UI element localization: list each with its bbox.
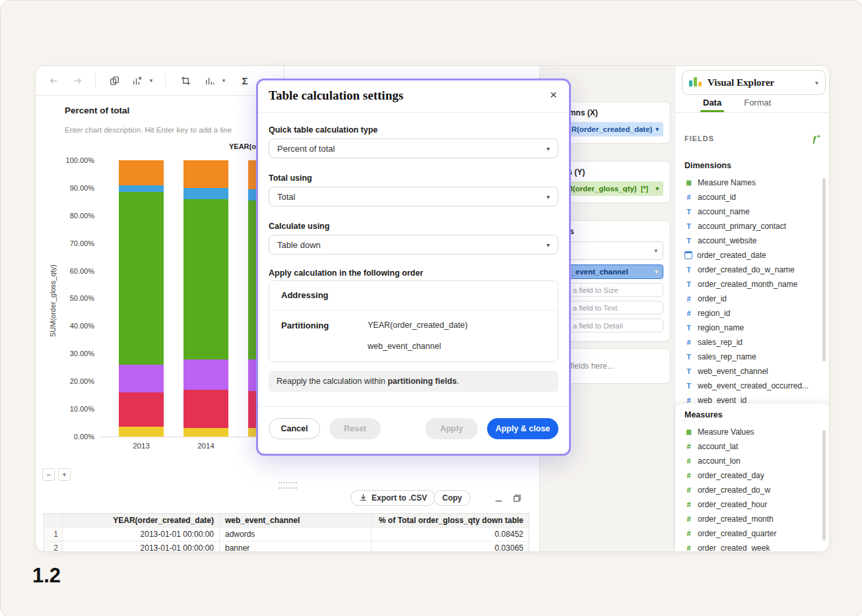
table-cell[interactable]: banner xyxy=(220,541,372,552)
field-label: web_event_channel xyxy=(698,367,768,376)
bar-segment-2013-segment-purple[interactable] xyxy=(119,365,164,392)
reset-button[interactable]: Reset xyxy=(329,418,381,439)
field-item[interactable]: ≣Measure Names xyxy=(675,175,824,190)
resize-handle[interactable] xyxy=(279,482,297,489)
y-tick-label: 80.00% xyxy=(51,211,94,220)
field-item[interactable]: #order_created_hour xyxy=(675,497,824,512)
apply-close-button[interactable]: Apply & close xyxy=(487,418,558,439)
chevron-down-icon[interactable]: ▾ xyxy=(655,185,659,192)
chevron-down-icon[interactable]: ▾ xyxy=(815,79,818,86)
row-number-header[interactable] xyxy=(44,514,63,528)
collapse-icon[interactable] xyxy=(493,493,504,504)
field-item[interactable]: Tweb_event_channel xyxy=(675,364,824,379)
chevron-down-icon[interactable]: ▾ xyxy=(655,268,658,275)
column-header-year[interactable]: YEAR(order_created_date) xyxy=(63,514,220,528)
field-item[interactable]: Taccount_primary_contact xyxy=(675,219,824,233)
close-icon[interactable]: × xyxy=(550,88,557,101)
field-label: order_created_quarter xyxy=(698,529,776,538)
bar-segment-2013-segment-red[interactable] xyxy=(119,392,164,427)
apply-button[interactable]: Apply xyxy=(425,418,478,439)
chart-subtitle[interactable]: Enter chart description. Hit Enter key t… xyxy=(65,126,232,134)
field-item[interactable]: #account_id xyxy=(675,190,824,204)
tab-data[interactable]: Data xyxy=(703,95,721,112)
element-type-dropdown[interactable]: Visual Explorer ▾ xyxy=(682,70,826,95)
column-header-channel[interactable]: web_event_channel xyxy=(220,514,372,528)
duplicate-icon[interactable] xyxy=(108,75,120,86)
total-using-select[interactable]: Total ▾ xyxy=(269,187,558,206)
table-cell[interactable]: 0.08452 xyxy=(372,528,529,541)
bar-segment-2013-segment-yellow[interactable] xyxy=(119,427,164,437)
addressing-label: Addressing xyxy=(281,290,329,300)
field-item[interactable]: #order_created_day xyxy=(675,468,824,483)
table-cell[interactable]: adwords xyxy=(220,528,372,541)
panel-tabs: Data Format xyxy=(675,95,830,113)
bar-segment-2013-segment-green[interactable] xyxy=(119,192,164,365)
field-label: sales_rep_name xyxy=(698,352,756,361)
field-item[interactable]: ≣Measure Values xyxy=(675,425,824,439)
calculate-using-select[interactable]: Table down ▾ xyxy=(269,235,558,255)
cancel-button[interactable]: Cancel xyxy=(269,418,320,439)
field-item[interactable]: #account_lon xyxy=(675,454,824,468)
chart-type-icon[interactable] xyxy=(203,75,215,86)
bar-segment-2013-segment-blue[interactable] xyxy=(119,185,164,192)
chevron-down-icon[interactable]: ▾ xyxy=(655,126,659,133)
field-item[interactable]: Torder_created_do_w_name xyxy=(675,262,824,277)
field-item[interactable]: #account_lat xyxy=(675,439,824,454)
measure-names-icon: ≣ xyxy=(684,179,693,187)
field-item[interactable]: #order_created_month xyxy=(675,512,824,526)
measures-scrollbar[interactable] xyxy=(822,430,826,541)
table-cell[interactable]: 2013-01-01 00:00:00 xyxy=(63,541,220,552)
table-cell[interactable]: 1 xyxy=(44,528,63,541)
y-tick-label: 100.00% xyxy=(51,156,94,165)
bar-segment-2014-segment-orange[interactable] xyxy=(183,160,228,188)
bar-segment-2014-segment-purple[interactable] xyxy=(183,359,228,390)
zoom-in-button[interactable]: + xyxy=(58,468,71,481)
export-csv-button[interactable]: Export to .CSV xyxy=(350,490,436,506)
chart-title: Percent of total xyxy=(65,106,129,115)
field-item[interactable]: #order_created_do_w xyxy=(675,483,824,497)
text-icon: T xyxy=(684,280,693,288)
bar-segment-2013-segment-orange[interactable] xyxy=(119,160,164,185)
field-item[interactable]: Taccount_website xyxy=(675,233,824,248)
calc-type-select[interactable]: Percent of total ▾ xyxy=(269,139,558,158)
sigma-icon[interactable]: Σ xyxy=(239,75,251,86)
bar-segment-2014-segment-yellow[interactable] xyxy=(183,428,228,437)
back-arrow-icon[interactable] xyxy=(48,75,59,86)
field-item[interactable]: Taccount_name xyxy=(675,204,824,219)
table-cell[interactable]: 2013-01-01 00:00:00 xyxy=(63,528,220,541)
add-formula-icon[interactable]: ƒ+ xyxy=(812,133,821,144)
maximize-icon[interactable] xyxy=(512,493,523,504)
column-header-pct[interactable]: % of Total order_gloss_qty down table xyxy=(372,514,529,528)
copy-button[interactable]: Copy xyxy=(434,490,471,506)
forward-arrow-icon[interactable] xyxy=(71,75,83,86)
table-cell[interactable]: 0.03065 xyxy=(372,541,529,552)
fields-caption: FIELDS xyxy=(684,135,714,142)
tab-format[interactable]: Format xyxy=(744,95,771,112)
field-label: web_event_created_occurred... xyxy=(698,381,809,390)
field-item[interactable]: order_created_date xyxy=(675,248,824,262)
order-box: Addressing Partitioning YEAR(order_creat… xyxy=(269,280,558,362)
number-icon: # xyxy=(684,338,693,346)
chevron-down-icon[interactable]: ▾ xyxy=(218,75,230,86)
clear-chart-icon[interactable] xyxy=(131,75,143,86)
field-item[interactable]: #region_id xyxy=(675,306,824,321)
field-item[interactable]: Torder_created_month_name xyxy=(675,277,824,292)
page-label: 1.2 xyxy=(32,564,61,588)
field-item[interactable]: #sales_rep_id xyxy=(675,335,824,350)
field-item[interactable]: #order_created_week xyxy=(675,541,824,552)
chevron-down-icon[interactable]: ▾ xyxy=(145,75,157,86)
field-label: account_id xyxy=(698,193,736,202)
crop-icon[interactable] xyxy=(180,75,191,86)
bar-segment-2014-segment-red[interactable] xyxy=(183,390,228,429)
bar-segment-2014-segment-green[interactable] xyxy=(183,199,228,359)
bar-segment-2014-segment-blue[interactable] xyxy=(183,188,228,199)
zoom-out-button[interactable]: − xyxy=(42,468,55,481)
field-item[interactable]: Tregion_name xyxy=(675,321,824,335)
field-item[interactable]: #order_id xyxy=(675,292,824,306)
field-item[interactable]: Tsales_rep_name xyxy=(675,350,824,364)
dimensions-scrollbar[interactable] xyxy=(822,178,826,361)
field-item[interactable]: Tweb_event_created_occurred... xyxy=(675,379,824,393)
chevron-down-icon: ▾ xyxy=(654,247,657,254)
table-cell[interactable]: 2 xyxy=(44,541,63,552)
field-item[interactable]: #order_created_quarter xyxy=(675,526,824,541)
